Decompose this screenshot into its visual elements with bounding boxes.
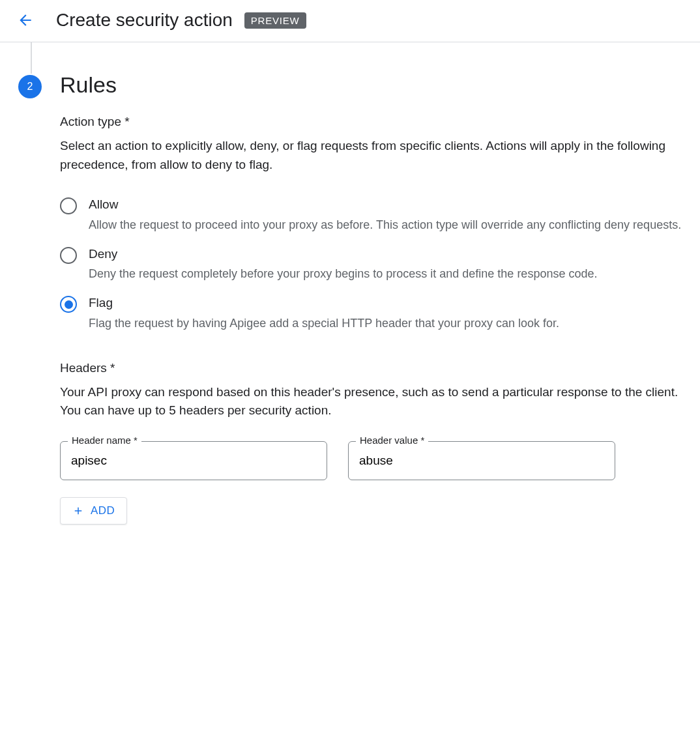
- radio-description: Flag the request by having Apigee add a …: [89, 315, 559, 332]
- radio-label: Flag: [89, 295, 559, 312]
- step-connector: [31, 42, 32, 74]
- action-type-label: Action type *: [60, 115, 686, 129]
- back-button[interactable]: [14, 9, 36, 31]
- radio-option-flag[interactable]: Flag Flag the request by having Apigee a…: [60, 295, 686, 332]
- preview-badge: PREVIEW: [244, 12, 306, 29]
- header-name-input[interactable]: [60, 441, 327, 480]
- header-name-label: Header name *: [68, 435, 141, 446]
- add-button-label: ADD: [91, 504, 115, 517]
- headers-description: Your API proxy can respond based on this…: [60, 383, 686, 420]
- radio-icon: [60, 296, 77, 313]
- radio-description: Allow the request to proceed into your p…: [89, 216, 681, 234]
- header-value-input[interactable]: [348, 441, 615, 480]
- radio-option-deny[interactable]: Deny Deny the request completely before …: [60, 246, 686, 283]
- page-title: Create security action: [56, 10, 233, 31]
- header-value-label: Header value *: [356, 435, 428, 446]
- radio-label: Deny: [89, 246, 597, 263]
- step-title: Rules: [60, 72, 686, 98]
- add-header-button[interactable]: ADD: [60, 497, 127, 525]
- page-title-wrap: Create security action PREVIEW: [56, 10, 306, 31]
- header-name-field: Header name *: [60, 441, 327, 480]
- radio-label: Allow: [89, 196, 681, 214]
- header-value-field: Header value *: [348, 441, 615, 480]
- radio-icon: [60, 197, 77, 214]
- radio-icon: [60, 247, 77, 264]
- radio-description: Deny the request completely before your …: [89, 265, 597, 283]
- radio-option-allow[interactable]: Allow Allow the request to proceed into …: [60, 196, 686, 234]
- headers-label: Headers *: [60, 361, 686, 375]
- arrow-left-icon: [17, 12, 34, 29]
- action-type-radio-group: Allow Allow the request to proceed into …: [60, 196, 686, 332]
- step-number-badge: 2: [18, 75, 42, 98]
- action-type-description: Select an action to explicitly allow, de…: [60, 137, 686, 174]
- plus-icon: [72, 505, 84, 517]
